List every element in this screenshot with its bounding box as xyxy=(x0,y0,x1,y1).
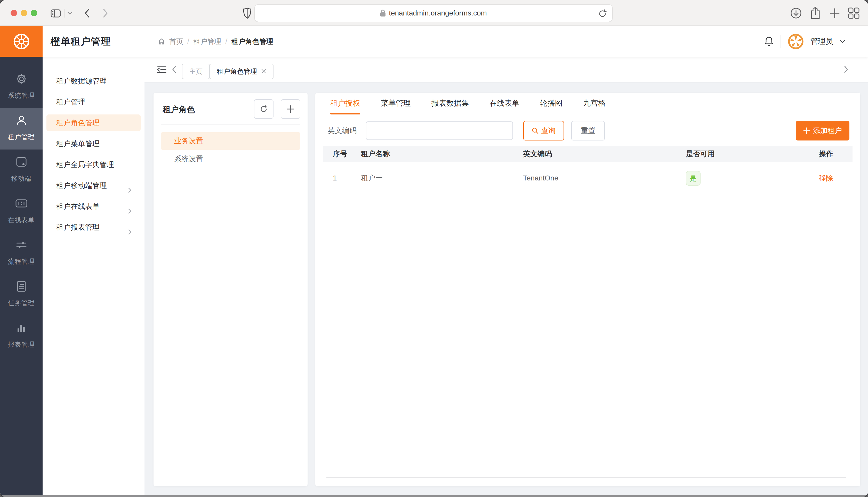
forward-button[interactable] xyxy=(103,9,108,18)
cell-seq: 1 xyxy=(323,174,361,182)
search-icon xyxy=(532,127,538,134)
collapse-menu-icon[interactable] xyxy=(157,66,166,74)
downloads-icon[interactable] xyxy=(790,7,802,19)
orange-wheel-icon xyxy=(13,33,30,50)
page-tab-tenant-role[interactable]: 租户角色管理 xyxy=(209,64,274,79)
home-icon xyxy=(158,38,165,45)
sidebar-item-task[interactable]: 任务管理 xyxy=(0,274,43,315)
main-area: 主页 租户角色管理 租户角色 xyxy=(144,57,868,495)
plus-icon xyxy=(803,127,810,134)
page-tabbar: 主页 租户角色管理 xyxy=(144,57,868,83)
breadcrumb-current: 租户角色管理 xyxy=(232,37,273,46)
cell-code: TenantOne xyxy=(523,174,686,182)
page-tab-home[interactable]: 主页 xyxy=(182,64,210,79)
window-bottom-edge xyxy=(0,495,868,497)
sidebar-item-mobile[interactable]: 移动端 xyxy=(0,150,43,191)
browser-toolbar: tenantadmin.orangeforms.com xyxy=(0,0,868,26)
submenu-item-tenant-dict[interactable]: 租户全局字典管理 xyxy=(46,156,141,173)
minimize-window-button[interactable] xyxy=(20,10,27,16)
secondary-sidebar: 租户数据源管理 租户管理 租户角色管理 租户菜单管理 租户全局字典管理 租户移动… xyxy=(43,57,144,495)
remove-link[interactable]: 移除 xyxy=(819,174,833,182)
role-panel-title: 租户角色 xyxy=(163,104,195,115)
role-item-business[interactable]: 业务设置 xyxy=(161,132,300,150)
user-icon xyxy=(0,115,43,126)
role-panel: 租户角色 业务设置 系统设置 xyxy=(153,93,307,486)
tab-overview-icon[interactable] xyxy=(848,7,860,19)
close-tab-icon[interactable] xyxy=(261,68,266,75)
submenu-item-tenant-role[interactable]: 租户角色管理 xyxy=(46,114,141,131)
close-window-button[interactable] xyxy=(11,10,17,16)
primary-sidebar: 系统管理 租户管理 移动端 xyxy=(0,57,43,495)
new-tab-icon[interactable] xyxy=(829,8,840,18)
submenu-item-tenant-mobile[interactable]: 租户移动端管理 xyxy=(46,177,141,194)
submenu-item-tenant-online-form[interactable]: 租户在线表单 xyxy=(46,198,141,215)
plus-icon xyxy=(287,105,294,113)
tab-grid-nine[interactable]: 九宫格 xyxy=(583,93,606,114)
query-button[interactable]: 查询 xyxy=(523,121,564,141)
table-row: 1 租户一 TenantOne 是 移除 xyxy=(323,162,853,195)
tenant-table: 序号 租户名称 英文编码 是否可用 操作 1 租户一 TenantOne 是 移… xyxy=(323,146,853,195)
back-button[interactable] xyxy=(84,9,90,18)
col-code: 英文编码 xyxy=(523,149,686,159)
flow-sliders-icon xyxy=(0,239,43,251)
submenu-item-datasource[interactable]: 租户数据源管理 xyxy=(46,73,141,89)
user-menu[interactable]: 管理员 xyxy=(811,36,833,47)
sidebar-item-system[interactable]: 系统管理 xyxy=(0,67,43,108)
sidebar-item-report[interactable]: 报表管理 xyxy=(0,315,43,357)
search-bar: 英文编码 查询 重置 添加租户 xyxy=(328,121,853,141)
page-title: 橙单租户管理 xyxy=(51,26,111,57)
detail-tabs: 租户授权 菜单管理 报表数据集 在线表单 轮播图 九宫格 xyxy=(315,93,860,114)
zoom-window-button[interactable] xyxy=(31,10,37,16)
address-bar[interactable]: tenantadmin.orangeforms.com xyxy=(254,4,613,22)
chevron-down-icon[interactable] xyxy=(67,11,73,15)
tab-scroll-left-icon[interactable] xyxy=(172,66,177,74)
tab-report-dataset[interactable]: 报表数据集 xyxy=(431,93,469,114)
status-badge: 是 xyxy=(686,171,701,186)
tab-scroll-right-icon[interactable] xyxy=(844,66,849,74)
avatar[interactable] xyxy=(788,33,804,49)
online-form-icon xyxy=(0,198,43,209)
reload-icon[interactable] xyxy=(598,9,607,18)
sidebar-item-online-form[interactable]: 在线表单 xyxy=(0,191,43,232)
col-seq: 序号 xyxy=(323,149,361,159)
privacy-shield-icon[interactable] xyxy=(243,7,251,19)
mobile-icon xyxy=(0,156,43,168)
sidebar-toggle-icon[interactable] xyxy=(51,9,61,17)
refresh-icon xyxy=(260,105,268,113)
share-icon[interactable] xyxy=(810,7,821,19)
submenu-item-tenant[interactable]: 租户管理 xyxy=(46,94,141,110)
header-divider xyxy=(781,35,781,48)
add-tenant-button[interactable]: 添加租户 xyxy=(796,121,850,141)
submenu-item-tenant-report[interactable]: 租户报表管理 xyxy=(46,219,141,236)
col-enabled: 是否可用 xyxy=(686,149,802,159)
app-header: 橙单租户管理 首页 / 租户管理 / 租户角色管理 xyxy=(0,26,868,57)
breadcrumb-section[interactable]: 租户管理 xyxy=(194,37,221,46)
role-item-system[interactable]: 系统设置 xyxy=(161,150,300,168)
submenu-item-tenant-menu[interactable]: 租户菜单管理 xyxy=(46,135,141,152)
cell-name: 租户一 xyxy=(361,173,523,183)
breadcrumb-home[interactable]: 首页 xyxy=(169,37,183,46)
tab-menu-manage[interactable]: 菜单管理 xyxy=(381,93,411,114)
sidebar-item-tenant[interactable]: 租户管理 xyxy=(0,108,43,150)
url-text: tenantadmin.orangeforms.com xyxy=(389,9,487,17)
col-name: 租户名称 xyxy=(361,149,523,159)
tab-tenant-auth[interactable]: 租户授权 xyxy=(330,93,360,114)
chevron-right-icon xyxy=(127,224,132,241)
table-header: 序号 租户名称 英文编码 是否可用 操作 xyxy=(323,146,853,162)
sidebar-item-flow[interactable]: 流程管理 xyxy=(0,232,43,274)
chevron-right-icon xyxy=(127,203,132,220)
refresh-button[interactable] xyxy=(254,99,274,119)
lock-icon xyxy=(380,9,386,17)
browser-window: tenantadmin.orangeforms.com xyxy=(0,0,868,497)
english-code-input[interactable] xyxy=(366,122,513,140)
detail-panel: 租户授权 菜单管理 报表数据集 在线表单 轮播图 九宫格 英文编码 查询 重置 xyxy=(315,93,860,486)
notification-bell-icon[interactable] xyxy=(764,36,774,47)
user-chevron-down-icon[interactable] xyxy=(840,40,845,43)
breadcrumb: 首页 / 租户管理 / 租户角色管理 xyxy=(158,26,273,57)
reset-button[interactable]: 重置 xyxy=(571,121,605,141)
gear-icon xyxy=(0,73,43,85)
tab-online-form[interactable]: 在线表单 xyxy=(490,93,520,114)
app-logo[interactable] xyxy=(0,26,43,57)
tab-carousel[interactable]: 轮播图 xyxy=(540,93,563,114)
add-role-button[interactable] xyxy=(281,99,300,119)
